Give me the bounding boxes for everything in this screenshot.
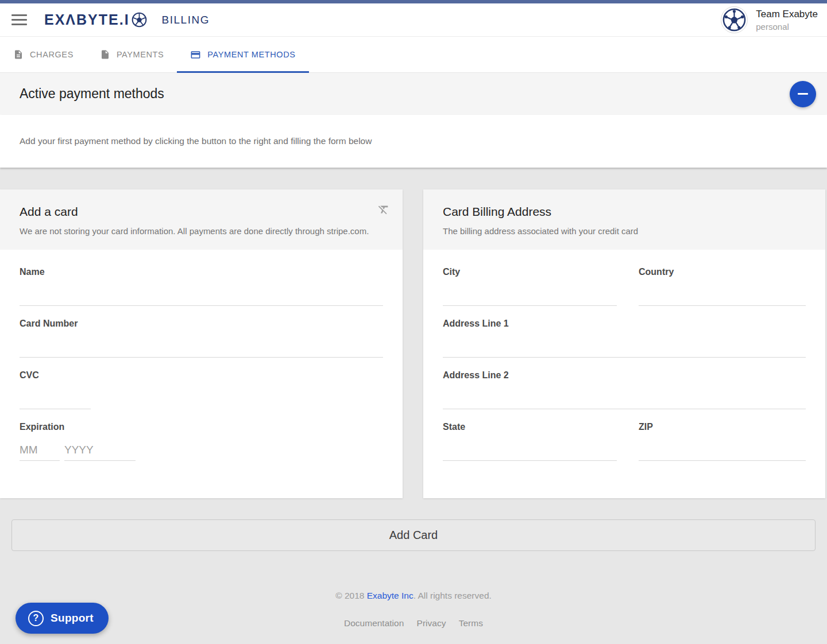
card-number-field-group: Card Number xyxy=(20,306,383,358)
company-link[interactable]: Exabyte Inc xyxy=(367,591,413,600)
card-title: Card Billing Address xyxy=(443,205,806,219)
state-field-group: State xyxy=(443,409,617,461)
tab-charges[interactable]: CHARGES xyxy=(0,37,87,72)
city-label: City xyxy=(443,267,617,277)
exabyte-logo[interactable]: EXΛBYTE.I xyxy=(44,12,147,28)
privacy-link[interactable]: Privacy xyxy=(417,618,446,628)
address-line-1-label: Address Line 1 xyxy=(443,319,806,329)
country-label: Country xyxy=(639,267,806,277)
tab-label: CHARGES xyxy=(30,50,74,59)
billing-tabbar: CHARGES PAYMENTS PAYMENT METHODS xyxy=(0,37,827,73)
tab-label: PAYMENTS xyxy=(117,50,164,59)
country-field-group: Country xyxy=(639,254,806,306)
payment-methods-content: Add a card We are not storing your card … xyxy=(0,168,827,643)
collapse-panel-button[interactable] xyxy=(790,81,816,107)
card-subtitle: The billing address associated with your… xyxy=(443,226,806,236)
logo-text: EXΛBYTE.I xyxy=(44,13,130,27)
name-label: Name xyxy=(20,267,383,277)
expiration-month-input[interactable] xyxy=(20,439,60,461)
billing-address-header: Card Billing Address The billing address… xyxy=(423,189,825,250)
address-line-1-field-group: Address Line 1 xyxy=(443,306,806,358)
menu-icon[interactable] xyxy=(11,14,27,25)
format-clear-icon xyxy=(377,203,390,216)
card-number-input[interactable] xyxy=(20,336,383,358)
add-card-header: Add a card We are not storing your card … xyxy=(0,189,403,250)
app-header: EXΛBYTE.I BILLING xyxy=(0,3,827,37)
cvc-input[interactable] xyxy=(20,387,91,409)
team-avatar xyxy=(721,6,748,33)
billing-address-panel: Card Billing Address The billing address… xyxy=(423,189,825,498)
card-number-label: Card Number xyxy=(20,319,383,329)
state-input[interactable] xyxy=(443,439,617,461)
clear-form-button[interactable] xyxy=(377,203,390,216)
add-card-panel: Add a card We are not storing your card … xyxy=(0,189,403,498)
name-field-group: Name xyxy=(20,254,383,306)
account-type: personal xyxy=(756,22,818,32)
zip-field-group: ZIP xyxy=(639,409,806,461)
cvc-label: CVC xyxy=(20,370,383,381)
address-line-1-input[interactable] xyxy=(443,336,806,358)
expiration-inputs xyxy=(20,432,383,461)
tab-label: PAYMENT METHODS xyxy=(207,50,295,59)
section-title: Active payment methods xyxy=(20,86,164,102)
zip-input[interactable] xyxy=(639,439,806,461)
page-title: BILLING xyxy=(162,14,210,26)
billing-address-form: City Country Address Line 1 Address Line… xyxy=(423,250,825,461)
tab-payments[interactable]: PAYMENTS xyxy=(87,37,177,72)
help-icon: ? xyxy=(28,611,44,626)
soccer-ball-icon xyxy=(132,12,147,28)
add-card-form: Name Card Number CVC Expiration xyxy=(0,250,403,461)
address-line-2-input[interactable] xyxy=(443,387,806,409)
card-subtitle: We are not storing your card information… xyxy=(20,226,383,236)
copyright-line: © 2018 Exabyte Inc. All rights reserved. xyxy=(0,591,827,601)
support-button[interactable]: ? Support xyxy=(16,603,109,634)
expiration-year-input[interactable] xyxy=(64,439,136,461)
active-payment-methods-bar: Active payment methods xyxy=(0,73,827,115)
account-name: Team Exabyte xyxy=(756,9,818,20)
zip-label: ZIP xyxy=(639,422,806,432)
support-label: Support xyxy=(51,612,94,624)
account-switcher[interactable]: Team Exabyte personal xyxy=(721,6,818,33)
expiration-field-group: Expiration xyxy=(20,409,383,461)
city-field-group: City xyxy=(443,254,617,306)
add-card-button[interactable]: Add Card xyxy=(11,519,816,551)
city-input[interactable] xyxy=(443,284,617,306)
expiration-label: Expiration xyxy=(20,422,383,432)
document-icon xyxy=(100,49,110,60)
documentation-link[interactable]: Documentation xyxy=(344,618,404,628)
footer-links: Documentation Privacy Terms xyxy=(0,618,827,629)
receipt-icon xyxy=(13,49,24,60)
minus-icon xyxy=(798,93,808,95)
credit-card-icon xyxy=(190,49,201,60)
state-label: State xyxy=(443,422,617,432)
tab-payment-methods[interactable]: PAYMENT METHODS xyxy=(177,37,308,72)
terms-link[interactable]: Terms xyxy=(459,618,483,628)
address-line-2-label: Address Line 2 xyxy=(443,370,806,381)
cvc-field-group: CVC xyxy=(20,358,383,409)
address-line-2-field-group: Address Line 2 xyxy=(443,358,806,409)
name-input[interactable] xyxy=(20,284,383,306)
empty-state-hint: Add your first payment method by clickin… xyxy=(0,115,827,168)
country-input[interactable] xyxy=(639,284,806,306)
card-title: Add a card xyxy=(20,205,383,219)
